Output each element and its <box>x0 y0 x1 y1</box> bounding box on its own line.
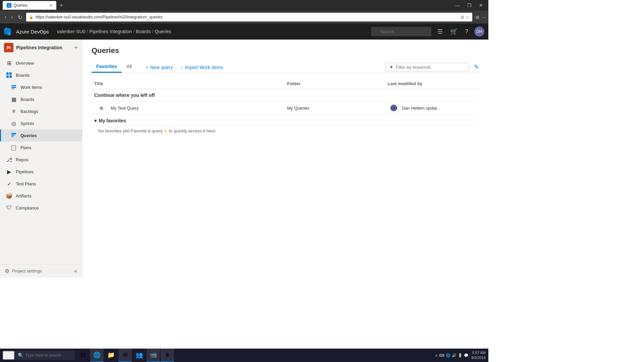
table-row: ⊞ My Test Query My Queries DH Dan Hellem… <box>92 102 479 115</box>
query-title-text: My Test Query <box>108 106 142 111</box>
sidebar-label-queries: Queries <box>20 133 37 138</box>
row-title-cell: ⊞ My Test Query <box>92 106 284 111</box>
global-search-input[interactable] <box>371 27 431 36</box>
help-button[interactable]: ? <box>464 27 470 37</box>
minimize-button[interactable]: — <box>452 3 463 8</box>
import-work-items-button[interactable]: ↑ Import Work Items <box>178 63 226 71</box>
sidebar-item-overview[interactable]: ⊞ Overview <box>0 57 82 69</box>
artifacts-icon: 📦 <box>6 192 12 199</box>
new-query-label: New query <box>150 65 173 70</box>
star-icon: ★ <box>164 128 168 133</box>
project-icon: PI <box>4 43 13 52</box>
url-text: https://valenker-su0.visualstudio.com/Pi… <box>36 15 163 19</box>
sidebar-item-backlogs[interactable]: ≡ Backlogs <box>0 105 82 117</box>
sidebar-header: PI Pipelines Integration + <box>0 40 82 56</box>
svg-rect-2 <box>9 72 12 75</box>
svg-rect-3 <box>6 75 9 78</box>
sidebar-item-artifacts[interactable]: 📦 Artifacts <box>0 190 82 202</box>
svg-rect-8 <box>11 133 16 134</box>
row-modified-cell: DH Dan Hellem updat... <box>385 105 479 111</box>
breadcrumb-org[interactable]: valenker-SU0 <box>57 29 86 34</box>
plans-icon: 📋 <box>10 144 17 151</box>
tab-close-button[interactable]: ✕ <box>49 3 52 8</box>
no-favorites-message: No favorites yet! Favorite a query ★ to … <box>92 126 479 136</box>
sidebar-collapse-icon[interactable]: « <box>74 268 77 274</box>
tab-all[interactable]: All <box>122 61 137 73</box>
sidebar-item-work-items[interactable]: Work items <box>0 81 82 93</box>
back-button[interactable]: ‹ <box>3 13 8 22</box>
svg-rect-1 <box>6 72 9 75</box>
sidebar-item-repos[interactable]: ⎇ Repos <box>0 154 82 166</box>
no-favorites-text: No favorites yet! Favorite a query <box>98 128 162 133</box>
breadcrumb-project[interactable]: Pipelines Integration <box>89 29 132 34</box>
sidebar-item-pipelines[interactable]: ▶ Pipelines <box>0 166 82 178</box>
breadcrumb-sep-2: / <box>133 29 135 34</box>
breadcrumb-sep-1: / <box>87 29 88 34</box>
sidebar-label-boards: Boards <box>20 97 34 102</box>
reader-mode-icon[interactable]: ⊟ <box>461 15 464 20</box>
browser-window-controls: — ❐ ✕ <box>452 3 486 8</box>
notifications-button[interactable]: ☰ <box>436 26 444 37</box>
modifier-avatar: DH <box>390 105 397 111</box>
import-label: Import Work Items <box>185 65 223 70</box>
global-search-wrapper[interactable]: 🔍 <box>371 27 431 36</box>
sidebar-item-boards-header[interactable]: Boards <box>0 69 82 81</box>
filter-input-wrapper[interactable]: ▼ <box>385 63 469 71</box>
sidebar-item-queries[interactable]: Queries <box>0 129 82 141</box>
col-title: Title <box>92 81 284 86</box>
user-avatar[interactable]: DH <box>474 26 484 37</box>
settings-icon[interactable]: ⋯ <box>481 15 486 20</box>
svg-rect-10 <box>11 136 13 137</box>
sidebar-item-boards[interactable]: ▦ Boards <box>0 93 82 105</box>
pipelines-icon: ▶ <box>6 168 12 175</box>
new-tab-button[interactable]: + <box>58 2 65 8</box>
extensions-icon[interactable]: ⊞ <box>476 15 479 20</box>
breadcrumb-sep-3: / <box>152 29 153 34</box>
svg-rect-6 <box>11 87 16 88</box>
refresh-button[interactable]: ↻ <box>16 13 24 22</box>
sidebar-item-test-plans[interactable]: ✓ Test Plans <box>0 178 82 190</box>
breadcrumb: valenker-SU0 / Pipelines Integration / B… <box>57 29 367 34</box>
favorites-section-header[interactable]: ▾ My favorites <box>92 115 479 126</box>
page-title: Queries <box>92 46 479 55</box>
navigation-buttons: ‹ › ↻ <box>3 13 24 22</box>
toolbar-container: Favorites All + New query ↑ Import Work … <box>92 61 479 73</box>
add-project-button[interactable]: + <box>74 44 78 51</box>
query-type-icon: ⊞ <box>97 106 106 111</box>
filter-box: ▼ ✎ <box>385 63 479 71</box>
filter-icon: ▼ <box>389 64 394 70</box>
col-modified-by: Last modified by <box>385 81 479 86</box>
sidebar-navigation: ⊞ Overview Boards Work items ▦ Boards <box>0 56 82 264</box>
settings-gear-icon: ⚙ <box>5 268 9 274</box>
sidebar-item-compliance[interactable]: 🛡 Compliance <box>0 202 82 214</box>
browser-tab[interactable]: Q Queries ✕ <box>3 1 56 10</box>
main-content: Queries Favorites All + New query ↑ Impo… <box>82 40 488 278</box>
sidebar-label-plans: Plans <box>20 145 32 150</box>
filter-keywords-input[interactable] <box>396 65 466 70</box>
maximize-button[interactable]: ❐ <box>465 3 474 8</box>
tab-favorites[interactable]: Favorites <box>92 61 122 73</box>
browser-chrome: Q Queries ✕ + — ❐ ✕ <box>0 0 488 11</box>
sidebar-label-sprints: Sprints <box>20 121 34 126</box>
breadcrumb-queries[interactable]: Queries <box>155 29 171 34</box>
sidebar-item-plans[interactable]: 📋 Plans <box>0 141 82 154</box>
sidebar-label-pipelines: Pipelines <box>16 169 34 174</box>
brand-logo[interactable]: Azure DevOps <box>4 27 49 36</box>
project-name: Pipelines Integration <box>16 45 71 50</box>
sidebar-label-compliance: Compliance <box>16 205 39 210</box>
continue-section-header: Continue where you left off <box>92 89 479 102</box>
address-bar[interactable]: 🔒 https://valenker-su0.visualstudio.com/… <box>26 13 472 21</box>
sidebar-label-artifacts: Artifacts <box>16 193 32 198</box>
tab-title: Queries <box>13 3 28 8</box>
edit-icon[interactable]: ✎ <box>474 63 479 71</box>
project-settings[interactable]: ⚙ Project settings « <box>0 264 82 278</box>
new-query-button[interactable]: + New query <box>143 63 175 71</box>
query-link[interactable]: ⊞ My Test Query <box>94 106 282 111</box>
breadcrumb-boards[interactable]: Boards <box>136 29 151 34</box>
bookmark-icon[interactable]: ☆ <box>466 15 470 20</box>
table-header: Title Folder Last modified by <box>92 78 479 89</box>
sidebar-item-sprints[interactable]: ◎ Sprints <box>0 117 82 129</box>
basket-button[interactable]: 🛒 <box>449 26 459 37</box>
close-window-button[interactable]: ✕ <box>476 3 486 8</box>
forward-button[interactable]: › <box>9 13 15 22</box>
